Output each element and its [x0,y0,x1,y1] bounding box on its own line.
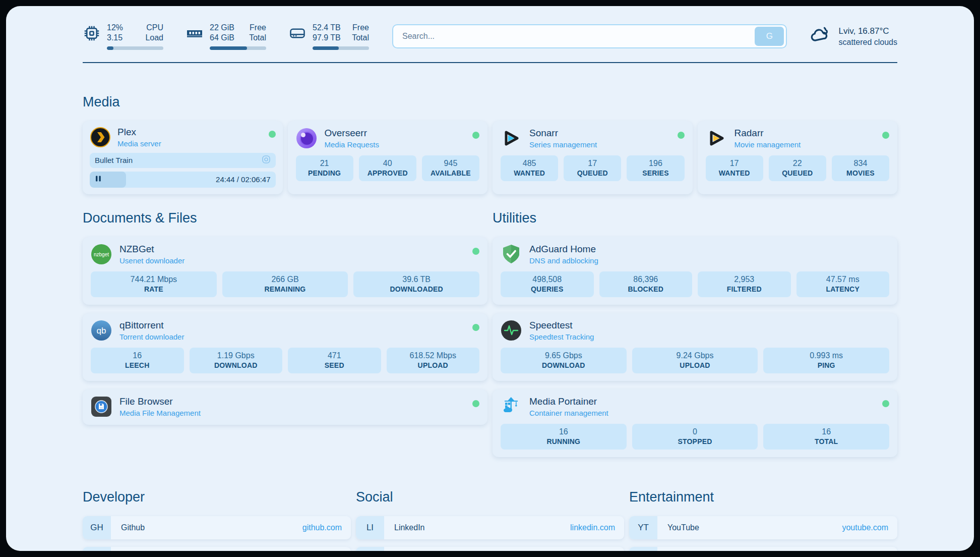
ram-progress-bar [210,46,266,50]
filebrowser-icon [91,396,112,417]
portainer-icon [501,396,522,417]
link-tag: NF [629,547,657,551]
links-section-developer: Developer GH Github github.com SO StackO… [83,489,351,551]
section-title-utilities: Utilities [493,210,897,226]
app-card-portainer[interactable]: Media Portainer Container management 16 … [493,389,897,457]
app-card-speedtest[interactable]: Speedtest Speedtest Tracking 9.65 Gbps D… [493,313,897,381]
cpu-widget: 12% 3.15 CPU Load [83,23,163,50]
link-netflix[interactable]: NF Netflix netflix.com [629,547,897,551]
qbittorrent-icon: qb [91,320,112,341]
app-title: Sonarr [529,128,597,139]
stat-rate: 744.21 Mbps RATE [91,271,217,297]
app-title: Media Portainer [529,396,608,407]
app-card-radarr[interactable]: Radarr Movie management 17 WANTED 22 QUE… [698,121,898,194]
app-subtitle: Media File Management [119,409,201,417]
app-card-qbittorrent[interactable]: qb qBittorrent Torrent downloader [83,313,487,381]
stat-pending: 21 PENDING [296,155,353,181]
app-subtitle: Media Requests [325,140,379,149]
section-title-documents: Documents & Files [83,210,487,226]
stat-queued: 22 QUEUED [769,155,826,181]
status-online-dot [472,132,479,139]
ram-widget: 22 GiB 64 GiB Free Total [186,23,266,50]
stat-upload: 618.52 Mbps UPLOAD [387,348,480,373]
status-online-dot [472,324,479,331]
link-name: LinkedIn [394,523,425,532]
stat-download: 9.65 Gbps DOWNLOAD [501,348,627,373]
status-online-dot [472,248,479,255]
header-divider [83,62,897,63]
stat-wanted: 17 WANTED [706,155,763,181]
app-title: File Browser [119,396,201,407]
app-subtitle: Series management [529,140,597,149]
link-tag: SO [83,547,111,551]
app-subtitle: Torrent downloader [119,332,184,341]
cloud-icon [809,24,831,48]
stat-running: 16 RUNNING [501,424,627,450]
status-online-dot [269,131,276,138]
stat-queries: 498,508 QUERIES [501,271,594,297]
ram-free-label: Free [249,23,266,32]
top-bar: 12% 3.15 CPU Load [83,23,897,50]
radarr-icon [706,128,727,149]
plex-icon [90,127,111,148]
cpu-progress-bar [107,46,163,50]
search-engine-button[interactable]: G [755,27,784,46]
disk-free-value: 52.4 TB [313,23,341,32]
overseerr-icon [296,128,317,149]
stat-remaining: 266 GB REMAINING [222,271,348,297]
app-title: Plex [117,127,161,138]
playback-progress-bar: 24:44 / 02:06:47 [90,172,276,188]
adguard-icon [501,244,522,265]
stat-wanted: 485 WANTED [501,155,558,181]
app-card-adguard[interactable]: AdGuard Home DNS and adblocking 498,508 … [493,237,897,305]
ram-icon [186,23,204,44]
nzbget-icon: nzbget [91,244,112,265]
pause-icon [95,175,102,184]
disk-widget: 52.4 TB 97.9 TB Free Total [288,23,369,50]
stat-queued: 17 QUEUED [564,155,621,181]
ram-free-value: 22 GiB [210,23,234,32]
lens-icon [262,155,271,165]
app-subtitle: Speedtest Tracking [529,332,594,341]
app-subtitle: Movie management [734,140,801,149]
ram-total-label: Total [249,33,266,42]
status-online-dot [472,400,479,407]
app-card-overseerr[interactable]: Overseerr Media Requests 21 PENDING 40 A… [288,121,488,194]
link-youtube[interactable]: YT YouTube youtube.com [629,516,897,539]
link-url: linkedin.com [570,523,615,532]
stat-ping: 0.993 ms PING [763,348,889,373]
status-online-dot [882,132,889,139]
status-online-dot [882,400,889,407]
link-stackoverflow[interactable]: SO StackOverflow stackoverflow.com [83,547,351,551]
app-card-nzbget[interactable]: nzbget NZBGet Usenet downloader 74 [83,237,487,305]
now-playing-row: Bullet Train [90,153,276,168]
app-card-sonarr[interactable]: Sonarr Series management 485 WANTED 17 Q… [493,121,693,194]
disk-free-label: Free [352,23,369,32]
stat-blocked: 86,396 BLOCKED [599,271,693,297]
disk-total-label: Total [352,33,369,42]
stat-total: 16 TOTAL [763,424,889,450]
cpu-icon [83,23,101,44]
search-input[interactable] [402,32,755,41]
app-subtitle: Usenet downloader [119,256,185,265]
stat-latency: 47.57 ms LATENCY [797,271,890,297]
svg-text:qb: qb [97,326,106,336]
app-card-plex[interactable]: Plex Media server Bullet Train [83,121,283,194]
link-twitter[interactable]: TW Twitter twitter.com [356,547,624,551]
stat-download: 1.19 Gbps DOWNLOAD [190,348,283,373]
app-card-filebrowser[interactable]: File Browser Media File Management [83,389,487,425]
app-title: AdGuard Home [529,244,598,255]
stat-approved: 40 APPROVED [359,155,416,181]
link-github[interactable]: GH Github github.com [83,516,351,539]
link-linkedin[interactable]: LI LinkedIn linkedin.com [356,516,624,539]
cpu-load-value: 3.15 [107,33,123,42]
search-box: G [392,24,787,48]
app-subtitle: DNS and adblocking [529,256,598,265]
cpu-label: CPU [145,23,163,32]
app-title: NZBGet [119,244,185,255]
stat-seed: 471 SEED [288,348,381,373]
weather-widget: Lviv, 16.87°C scattered clouds [809,24,897,48]
stat-available: 945 AVAILABLE [422,155,479,181]
ram-total-value: 64 GiB [210,33,234,42]
weather-condition: scattered clouds [838,38,897,47]
